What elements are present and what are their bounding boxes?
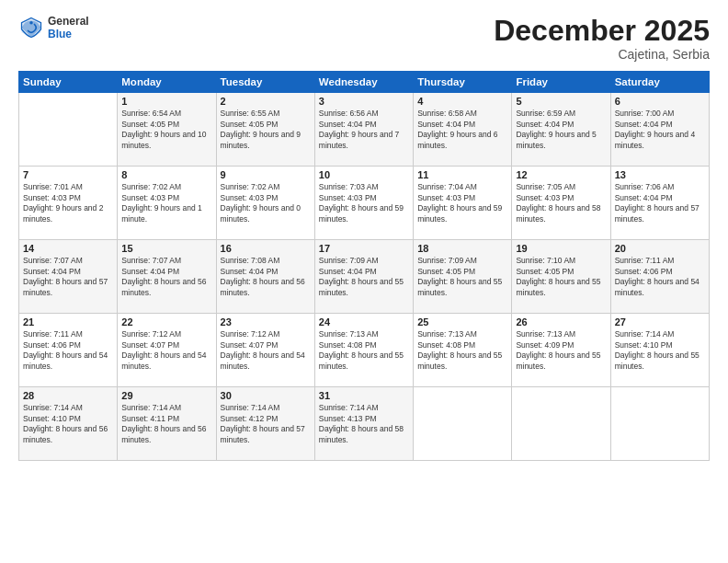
calendar-cell: 14Sunrise: 7:07 AMSunset: 4:04 PMDayligh…: [19, 240, 118, 314]
calendar-cell: 25Sunrise: 7:13 AMSunset: 4:08 PMDayligh…: [414, 314, 512, 387]
day-number: 27: [615, 316, 705, 327]
day-number: 6: [615, 96, 705, 107]
calendar-cell: 4Sunrise: 6:58 AMSunset: 4:04 PMDaylight…: [414, 93, 512, 167]
calendar-cell: 29Sunrise: 7:14 AMSunset: 4:11 PMDayligh…: [118, 387, 216, 461]
day-number: 19: [516, 243, 606, 254]
cell-sunrise: Sunrise: 7:03 AMSunset: 4:03 PMDaylight:…: [319, 182, 404, 223]
calendar-table: SundayMondayTuesdayWednesdayThursdayFrid…: [18, 71, 710, 461]
cell-sunrise: Sunrise: 7:14 AMSunset: 4:10 PMDaylight:…: [23, 403, 108, 443]
calendar-cell: 19Sunrise: 7:10 AMSunset: 4:05 PMDayligh…: [512, 240, 610, 314]
calendar-week-5: 28Sunrise: 7:14 AMSunset: 4:10 PMDayligh…: [19, 387, 710, 461]
cell-sunrise: Sunrise: 6:54 AMSunset: 4:05 PMDaylight:…: [121, 109, 206, 149]
calendar-cell: [610, 387, 709, 461]
calendar-cell: 6Sunrise: 7:00 AMSunset: 4:04 PMDaylight…: [610, 93, 709, 167]
logo: General Blue: [18, 15, 89, 41]
cell-sunrise: Sunrise: 7:08 AMSunset: 4:04 PMDaylight:…: [221, 256, 305, 296]
logo-text: General Blue: [48, 15, 89, 41]
logo-general: General: [48, 15, 89, 28]
day-header-saturday: Saturday: [610, 72, 709, 93]
calendar-cell: 23Sunrise: 7:12 AMSunset: 4:07 PMDayligh…: [216, 314, 314, 387]
day-number: 17: [319, 243, 409, 254]
cell-sunrise: Sunrise: 6:55 AMSunset: 4:05 PMDaylight:…: [221, 109, 301, 149]
day-number: 15: [121, 243, 211, 254]
day-number: 8: [121, 169, 211, 180]
calendar-cell: 22Sunrise: 7:12 AMSunset: 4:07 PMDayligh…: [118, 314, 216, 387]
calendar-cell: 8Sunrise: 7:02 AMSunset: 4:03 PMDaylight…: [118, 167, 216, 240]
cell-sunrise: Sunrise: 7:11 AMSunset: 4:06 PMDaylight:…: [615, 256, 700, 296]
logo-blue: Blue: [48, 28, 89, 40]
calendar-cell: 24Sunrise: 7:13 AMSunset: 4:08 PMDayligh…: [314, 314, 413, 387]
calendar-week-3: 14Sunrise: 7:07 AMSunset: 4:04 PMDayligh…: [19, 240, 710, 314]
calendar-cell: 31Sunrise: 7:14 AMSunset: 4:13 PMDayligh…: [314, 387, 413, 461]
calendar-cell: 7Sunrise: 7:01 AMSunset: 4:03 PMDaylight…: [19, 167, 118, 240]
cell-sunrise: Sunrise: 7:14 AMSunset: 4:12 PMDaylight:…: [221, 403, 305, 443]
day-number: 18: [417, 243, 507, 254]
calendar-cell: 10Sunrise: 7:03 AMSunset: 4:03 PMDayligh…: [314, 167, 413, 240]
day-number: 29: [121, 390, 211, 401]
day-header-sunday: Sunday: [19, 72, 118, 93]
day-header-friday: Friday: [512, 72, 610, 93]
cell-sunrise: Sunrise: 7:13 AMSunset: 4:08 PMDaylight:…: [417, 329, 502, 370]
cell-sunrise: Sunrise: 7:10 AMSunset: 4:05 PMDaylight:…: [516, 256, 600, 296]
cell-sunrise: Sunrise: 7:14 AMSunset: 4:11 PMDaylight:…: [121, 403, 206, 443]
day-number: 3: [319, 96, 409, 107]
page: General Blue December 2025 Cajetina, Ser…: [0, 0, 728, 563]
cell-sunrise: Sunrise: 7:00 AMSunset: 4:04 PMDaylight:…: [615, 109, 695, 149]
cell-sunrise: Sunrise: 7:07 AMSunset: 4:04 PMDaylight:…: [23, 256, 108, 296]
calendar-cell: [19, 93, 118, 167]
cell-sunrise: Sunrise: 7:12 AMSunset: 4:07 PMDaylight:…: [121, 329, 206, 370]
day-header-monday: Monday: [118, 72, 216, 93]
cell-sunrise: Sunrise: 7:05 AMSunset: 4:03 PMDaylight:…: [516, 182, 600, 223]
day-number: 24: [319, 316, 409, 327]
calendar-cell: 26Sunrise: 7:13 AMSunset: 4:09 PMDayligh…: [512, 314, 610, 387]
cell-sunrise: Sunrise: 7:04 AMSunset: 4:03 PMDaylight:…: [417, 182, 502, 223]
calendar-cell: 1Sunrise: 6:54 AMSunset: 4:05 PMDaylight…: [118, 93, 216, 167]
cell-sunrise: Sunrise: 6:58 AMSunset: 4:04 PMDaylight:…: [417, 109, 497, 149]
calendar-cell: [512, 387, 610, 461]
cell-sunrise: Sunrise: 7:06 AMSunset: 4:04 PMDaylight:…: [615, 182, 700, 223]
cell-sunrise: Sunrise: 7:13 AMSunset: 4:09 PMDaylight:…: [516, 329, 600, 370]
day-number: 1: [121, 96, 211, 107]
calendar-week-2: 7Sunrise: 7:01 AMSunset: 4:03 PMDaylight…: [19, 167, 710, 240]
day-number: 5: [516, 96, 606, 107]
day-number: 2: [221, 96, 311, 107]
calendar-cell: 5Sunrise: 6:59 AMSunset: 4:04 PMDaylight…: [512, 93, 610, 167]
calendar-cell: 20Sunrise: 7:11 AMSunset: 4:06 PMDayligh…: [610, 240, 709, 314]
day-number: 26: [516, 316, 606, 327]
calendar-cell: 17Sunrise: 7:09 AMSunset: 4:04 PMDayligh…: [314, 240, 413, 314]
cell-sunrise: Sunrise: 7:02 AMSunset: 4:03 PMDaylight:…: [121, 182, 201, 223]
cell-sunrise: Sunrise: 7:09 AMSunset: 4:05 PMDaylight:…: [417, 256, 502, 296]
day-number: 22: [121, 316, 211, 327]
day-number: 23: [221, 316, 311, 327]
day-header-thursday: Thursday: [414, 72, 512, 93]
calendar-cell: 11Sunrise: 7:04 AMSunset: 4:03 PMDayligh…: [414, 167, 512, 240]
day-number: 21: [23, 316, 113, 327]
cell-sunrise: Sunrise: 7:12 AMSunset: 4:07 PMDaylight:…: [221, 329, 305, 370]
calendar-cell: 21Sunrise: 7:11 AMSunset: 4:06 PMDayligh…: [19, 314, 118, 387]
cell-sunrise: Sunrise: 7:14 AMSunset: 4:13 PMDaylight:…: [319, 403, 404, 443]
cell-sunrise: Sunrise: 7:11 AMSunset: 4:06 PMDaylight:…: [23, 329, 108, 370]
calendar-week-4: 21Sunrise: 7:11 AMSunset: 4:06 PMDayligh…: [19, 314, 710, 387]
cell-sunrise: Sunrise: 7:02 AMSunset: 4:03 PMDaylight:…: [221, 182, 301, 223]
logo-icon: [18, 15, 44, 40]
day-number: 16: [221, 243, 311, 254]
day-number: 11: [417, 169, 507, 180]
calendar-week-1: 1Sunrise: 6:54 AMSunset: 4:05 PMDaylight…: [19, 93, 710, 167]
calendar-cell: 9Sunrise: 7:02 AMSunset: 4:03 PMDaylight…: [216, 167, 314, 240]
day-number: 14: [23, 243, 113, 254]
day-number: 13: [615, 169, 705, 180]
calendar-cell: 3Sunrise: 6:56 AMSunset: 4:04 PMDaylight…: [314, 93, 413, 167]
calendar-cell: 16Sunrise: 7:08 AMSunset: 4:04 PMDayligh…: [216, 240, 314, 314]
day-number: 25: [417, 316, 507, 327]
calendar-cell: 13Sunrise: 7:06 AMSunset: 4:04 PMDayligh…: [610, 167, 709, 240]
calendar-cell: 15Sunrise: 7:07 AMSunset: 4:04 PMDayligh…: [118, 240, 216, 314]
calendar-cell: 27Sunrise: 7:14 AMSunset: 4:10 PMDayligh…: [610, 314, 709, 387]
calendar-cell: 30Sunrise: 7:14 AMSunset: 4:12 PMDayligh…: [216, 387, 314, 461]
month-title: December 2025: [494, 15, 710, 47]
header-row: SundayMondayTuesdayWednesdayThursdayFrid…: [19, 72, 710, 93]
day-number: 12: [516, 169, 606, 180]
day-number: 20: [615, 243, 705, 254]
day-number: 9: [221, 169, 311, 180]
day-number: 30: [221, 390, 311, 401]
cell-sunrise: Sunrise: 6:59 AMSunset: 4:04 PMDaylight:…: [516, 109, 596, 149]
